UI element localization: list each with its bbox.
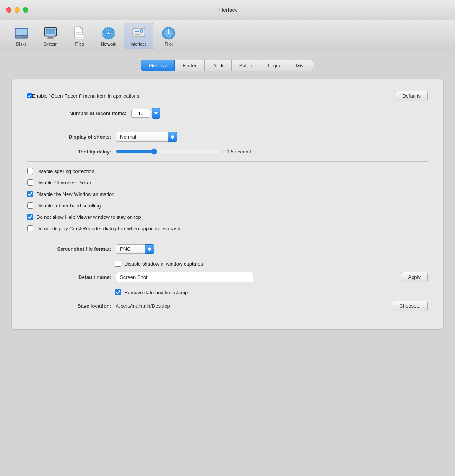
recent-items-label: Number of recent items:	[58, 111, 127, 116]
svg-rect-10	[46, 29, 55, 30]
remove-date-checkbox[interactable]	[115, 289, 121, 295]
files-label: Files	[75, 42, 84, 46]
disable-shadow-label: Disable shadow in window captures	[124, 261, 203, 267]
no-crashreporter-row: Do not display CrashReporter dialog box …	[27, 225, 428, 231]
no-help-viewer-label: Do not allow Help Viewer window to stay …	[36, 214, 141, 220]
tab-general[interactable]: General	[141, 60, 175, 71]
tab-safari[interactable]: Safari	[232, 60, 260, 71]
display-sheets-control[interactable]: Normal Sheet	[116, 132, 177, 142]
svg-rect-8	[47, 38, 54, 39]
system-icon	[43, 26, 58, 41]
recent-items-row: Number of recent items:	[27, 108, 428, 119]
screenshot-format-select[interactable]: PNG JPEG TIFF GIF PDF	[116, 244, 154, 254]
tooltip-delay-label: Tool tip delay:	[27, 149, 111, 155]
disable-shadow-checkbox[interactable]	[115, 261, 121, 267]
files-icon	[72, 26, 87, 41]
close-button[interactable]	[6, 7, 11, 13]
no-crashreporter-label: Do not display CrashReporter dialog box …	[36, 226, 180, 231]
svg-rect-28	[135, 31, 139, 32]
display-sheets-row: Display of sheets: Normal Sheet	[27, 132, 428, 142]
remove-date-row: Remove date and timestamp	[27, 289, 428, 295]
disable-new-window-row: Disable the New Window animation	[27, 191, 428, 197]
tab-login[interactable]: Login	[260, 60, 288, 71]
disks-label: Disks	[16, 42, 27, 46]
apply-button[interactable]: Apply	[401, 272, 428, 282]
svg-rect-9	[46, 29, 55, 34]
choose-button[interactable]: Choose...	[392, 301, 428, 311]
default-name-label: Default name:	[27, 274, 111, 280]
disks-icon	[14, 26, 29, 41]
display-sheets-select[interactable]: Normal Sheet	[116, 132, 177, 142]
window-controls[interactable]	[6, 7, 28, 13]
svg-rect-4	[16, 36, 23, 38]
toolbar-item-disks[interactable]: Disks	[8, 23, 35, 49]
settings-panel: Enable "Open Recent" menu item in applic…	[11, 79, 444, 330]
divider-2	[27, 161, 428, 162]
svg-point-39	[168, 33, 169, 34]
tab-finder[interactable]: Finder	[175, 60, 205, 71]
svg-rect-30	[135, 34, 140, 35]
disable-char-picker-label: Disable Character Picker	[36, 180, 91, 186]
divider-1	[27, 126, 428, 126]
save-location-row: Save location: /Users/maintain/Desktop C…	[27, 301, 428, 311]
disable-rubber-row: Disable rubber band scrolling	[27, 202, 428, 209]
svg-rect-29	[135, 33, 141, 33]
toolbar: Disks System	[0, 20, 455, 52]
enable-open-recent-checkbox[interactable]	[27, 93, 32, 98]
tab-bar: General Finder Dock Safari Login Misc	[11, 60, 444, 71]
disable-new-window-checkbox[interactable]	[27, 191, 33, 197]
pilot-label: Pilot	[164, 42, 172, 46]
minimize-button[interactable]	[15, 7, 20, 13]
disable-spelling-row: Disable spelling correction	[27, 168, 428, 174]
disable-spelling-checkbox[interactable]	[27, 168, 33, 174]
no-crashreporter-checkbox[interactable]	[27, 225, 33, 231]
toolbar-item-pilot[interactable]: Pilot	[155, 23, 182, 49]
disable-rubber-label: Disable rubber band scrolling	[36, 203, 101, 209]
disable-rubber-checkbox[interactable]	[27, 202, 33, 209]
interface-icon	[131, 26, 146, 41]
defaults-button[interactable]: Defaults	[395, 91, 428, 101]
network-icon	[101, 26, 116, 41]
no-help-viewer-checkbox[interactable]	[27, 214, 33, 220]
disable-char-picker-row: Disable Character Picker	[27, 179, 428, 186]
disable-spelling-label: Disable spelling correction	[36, 168, 94, 174]
window-title: Interface	[217, 7, 238, 13]
default-name-input[interactable]	[116, 272, 253, 282]
save-location-label: Save location:	[27, 303, 111, 309]
tab-dock[interactable]: Dock	[205, 60, 232, 71]
save-location-value: /Users/maintain/Desktop	[116, 303, 170, 309]
divider-3	[27, 238, 428, 238]
enable-open-recent-label: Enable "Open Recent" menu item in applic…	[32, 93, 139, 99]
no-help-viewer-row: Do not allow Help Viewer window to stay …	[27, 214, 428, 220]
svg-rect-7	[48, 37, 53, 38]
toolbar-item-system[interactable]: System	[37, 23, 64, 49]
toolbar-item-network[interactable]: Network	[95, 23, 122, 49]
disable-shadow-row: Disable shadow in window captures	[27, 261, 428, 267]
display-sheets-label: Display of sheets:	[27, 134, 111, 140]
interface-label: Interface	[130, 42, 147, 46]
tooltip-slider-container: 1.5 second	[116, 148, 251, 155]
remove-date-label: Remove date and timestamp	[124, 290, 188, 295]
disable-new-window-label: Disable the New Window animation	[36, 191, 114, 197]
recent-items-input[interactable]	[131, 109, 150, 118]
main-content: General Finder Dock Safari Login Misc En…	[0, 52, 455, 476]
tooltip-delay-value: 1.5 second	[227, 149, 251, 155]
screenshot-format-row: Screenshot file format: PNG JPEG TIFF GI…	[27, 244, 428, 254]
toolbar-item-files[interactable]: Files	[66, 23, 93, 49]
tab-misc[interactable]: Misc	[288, 60, 314, 71]
network-label: Network	[101, 42, 116, 46]
svg-point-3	[25, 36, 26, 37]
disable-char-picker-checkbox[interactable]	[27, 179, 33, 186]
tooltip-delay-slider[interactable]	[116, 148, 223, 155]
svg-point-25	[107, 32, 110, 34]
recent-items-dropdown[interactable]	[152, 108, 160, 119]
tooltip-delay-row: Tool tip delay: 1.5 second	[27, 148, 428, 155]
open-recent-row: Enable "Open Recent" menu item in applic…	[27, 91, 428, 101]
svg-rect-1	[16, 29, 27, 36]
title-bar: Interface	[0, 0, 455, 20]
screenshot-format-control[interactable]: PNG JPEG TIFF GIF PDF	[116, 244, 154, 254]
recent-items-control	[131, 108, 160, 119]
toolbar-item-interface[interactable]: Interface	[124, 23, 153, 49]
default-name-row: Default name: Apply	[27, 272, 428, 282]
maximize-button[interactable]	[23, 7, 28, 13]
